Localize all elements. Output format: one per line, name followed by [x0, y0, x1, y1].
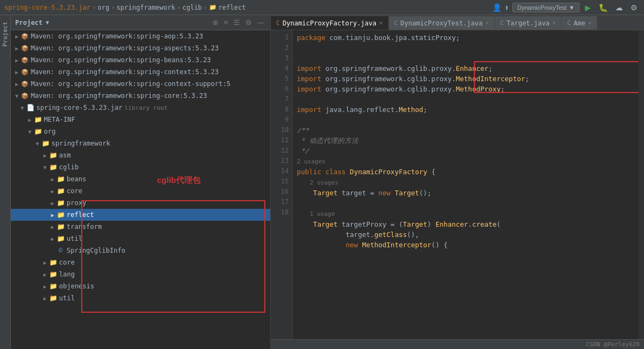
- tab-ame-close[interactable]: ×: [588, 19, 592, 27]
- tree-item-aop[interactable]: ▶ 📦 Maven: org.springframework:spring-ao…: [11, 30, 270, 42]
- code-line-7: [297, 94, 634, 104]
- item-label-context: Maven: org.springframework:spring-contex…: [31, 68, 219, 76]
- locate-button[interactable]: ⊕: [211, 18, 220, 27]
- project-tab[interactable]: Project: [1, 17, 10, 51]
- coverage-button[interactable]: ☁: [613, 2, 625, 13]
- gear-icon-btn[interactable]: ⚙: [244, 18, 253, 27]
- minimize-button[interactable]: —: [256, 18, 266, 27]
- arrow-sp-util: ▶: [41, 295, 49, 301]
- folder-icon-cglib: 📁: [49, 163, 57, 171]
- tree-item-cglib-proxy[interactable]: ▶ 📁 proxy: [11, 197, 270, 209]
- sep4: ›: [204, 4, 207, 11]
- tree-item-asm[interactable]: ▶ 📁 asm: [11, 149, 270, 161]
- arrow-cglib-beans: ▶: [49, 176, 56, 182]
- vcs-icon: ⬆: [505, 3, 509, 12]
- code-line-usage3: 1 usage: [297, 208, 634, 219]
- arrow-cglib: ▼: [41, 164, 49, 170]
- tree-item-cglib[interactable]: ▼ 📁 cglib: [11, 161, 270, 173]
- arrow-springframework: ▼: [34, 141, 41, 147]
- code-line-11: * 动态代理的方法: [297, 135, 634, 146]
- panel-header: Project ▼ ⊕ ≡ ☰ ⚙ —: [11, 15, 270, 30]
- item-label-cglib-beans: beans: [67, 175, 86, 183]
- item-label-sp-objenesis: objenesis: [59, 282, 94, 290]
- annotation-label: cglib代理包: [157, 175, 200, 186]
- tab-target-close[interactable]: ×: [552, 19, 556, 27]
- debug-button[interactable]: 🐛: [596, 2, 610, 13]
- tab-ame-icon: C: [567, 19, 571, 27]
- tab-dynfactory-close[interactable]: ×: [379, 19, 383, 27]
- tab-target[interactable]: C Target.java ×: [495, 16, 562, 30]
- folder-icon-cglib-core: 📁: [56, 187, 65, 195]
- tab-ame[interactable]: C Ame ×: [562, 16, 597, 30]
- collapse-button[interactable]: ≡: [222, 18, 230, 27]
- item-label-core-maven: Maven: org.springframework:spring-core:5…: [31, 92, 207, 100]
- tree-item-core-maven[interactable]: ▼ 📦 Maven: org.springframework:spring-co…: [11, 90, 270, 102]
- tree-item-springframework[interactable]: ▼ 📁 springframework: [11, 137, 270, 149]
- arrow-sp-core: ▶: [41, 260, 49, 266]
- tree-item-meta-inf[interactable]: ▶ 📁 META-INF: [11, 114, 270, 126]
- tab-dynfactory-icon: C: [276, 19, 280, 27]
- editor-tabs: C DynamicProxyFactory.java × C DynamicPr…: [271, 15, 644, 30]
- code-line-8: import java.lang.reflect.Method;: [297, 104, 634, 115]
- tree-item-aspects[interactable]: ▶ 📦 Maven: org.springframework:spring-as…: [11, 42, 270, 54]
- tab-target-icon: C: [500, 19, 504, 27]
- code-line-1: package com.tianju.book.jpa.staticProxy;: [297, 32, 634, 43]
- sep3: ›: [177, 4, 180, 11]
- arrow-context-support: ▶: [13, 81, 21, 87]
- run-config-button[interactable]: DynamicProxyTest ▼: [512, 3, 580, 12]
- tree-item-cglib-beans[interactable]: ▶ 📁 beans: [11, 173, 270, 185]
- folder-icon-cglib-transform: 📁: [56, 223, 65, 231]
- tab-dyntest-close[interactable]: ×: [485, 19, 489, 27]
- item-label-asm: asm: [59, 152, 71, 159]
- arrow-beans: ▶: [13, 57, 21, 63]
- tree-item-spring-cglib-info[interactable]: © SpringCglibInfo: [11, 245, 270, 256]
- tab-dynfactory[interactable]: C DynamicProxyFactory.java ×: [271, 16, 389, 30]
- panel-title: Project: [15, 19, 43, 27]
- tree-item-core-jar[interactable]: ▼ 📄 spring-core-5.3.23.jar library root: [11, 102, 270, 114]
- sep1: ›: [92, 4, 96, 11]
- tree-container[interactable]: ▶ 📦 Maven: org.springframework:spring-ao…: [11, 30, 270, 349]
- tree-item-sp-core[interactable]: ▶ 📁 core: [11, 256, 270, 268]
- code-line-6: import org.springframework.cglib.proxy.M…: [297, 84, 634, 94]
- run-button[interactable]: ▶: [583, 2, 593, 13]
- folder-icon-sp-util: 📁: [49, 294, 57, 302]
- arrow-cglib-core: ▶: [49, 188, 56, 194]
- code-line-9: [297, 115, 634, 125]
- tree-item-cglib-reflect[interactable]: ▶ 📁 reflect: [11, 209, 270, 221]
- title-bar: spring-core-5.3.23.jar › org › springfra…: [0, 0, 644, 15]
- tree-item-cglib-util[interactable]: ▶ 📁 util: [11, 233, 270, 245]
- folder-icon-cglib-reflect: 📁: [56, 211, 65, 219]
- tab-dyntest[interactable]: C DynamicProxyTest.java ×: [389, 16, 495, 30]
- folder-icon-cglib-util: 📁: [56, 235, 65, 242]
- tree-item-beans[interactable]: ▶ 📦 Maven: org.springframework:spring-be…: [11, 54, 270, 66]
- code-content[interactable]: package com.tianju.book.jpa.staticProxy;…: [292, 30, 639, 339]
- tree-item-sp-objenesis[interactable]: ▶ 📁 objenesis: [11, 280, 270, 292]
- tab-dyntest-icon: C: [394, 19, 398, 27]
- options-button[interactable]: ☰: [232, 18, 242, 27]
- tree-item-sp-util[interactable]: ▶ 📁 util: [11, 292, 270, 304]
- folder-icon-meta-inf: 📁: [34, 116, 42, 123]
- arrow-context: ▶: [13, 69, 21, 75]
- tree-item-cglib-transform[interactable]: ▶ 📁 transform: [11, 221, 270, 233]
- arrow-cglib-reflect: ▶: [49, 212, 56, 218]
- tree-item-context[interactable]: ▶ 📦 Maven: org.springframework:spring-co…: [11, 66, 270, 78]
- code-line-2: [297, 43, 634, 53]
- path-reflect: reflect: [218, 4, 246, 11]
- code-line-12: */: [297, 146, 634, 156]
- settings-button[interactable]: ⚙: [628, 2, 640, 13]
- tree-item-cglib-core[interactable]: ▶ 📁 core: [11, 185, 270, 197]
- tree-item-org[interactable]: ▼ 📁 org: [11, 126, 270, 137]
- arrow-aop: ▶: [13, 34, 21, 39]
- arrow-cglib-util: ▶: [49, 236, 56, 242]
- item-label-library-root: library root: [125, 104, 167, 111]
- arrow-org: ▼: [26, 129, 34, 135]
- code-line-16: Target targetProxy = (Target) Enhancer.c…: [297, 219, 634, 229]
- item-label-cglib: cglib: [59, 163, 79, 171]
- item-label-cglib-util: util: [67, 235, 82, 242]
- arrow-asm: ▶: [41, 153, 49, 159]
- tree-item-context-support[interactable]: ▶ 📦 Maven: org.springframework:spring-co…: [11, 78, 270, 90]
- sep2: ›: [111, 4, 115, 11]
- code-line-13: public class DynamicProxyFactory {: [297, 167, 634, 177]
- tree-item-sp-lang[interactable]: ▶ 📁 lang: [11, 268, 270, 280]
- item-label-context-support: Maven: org.springframework:spring-contex…: [31, 80, 230, 88]
